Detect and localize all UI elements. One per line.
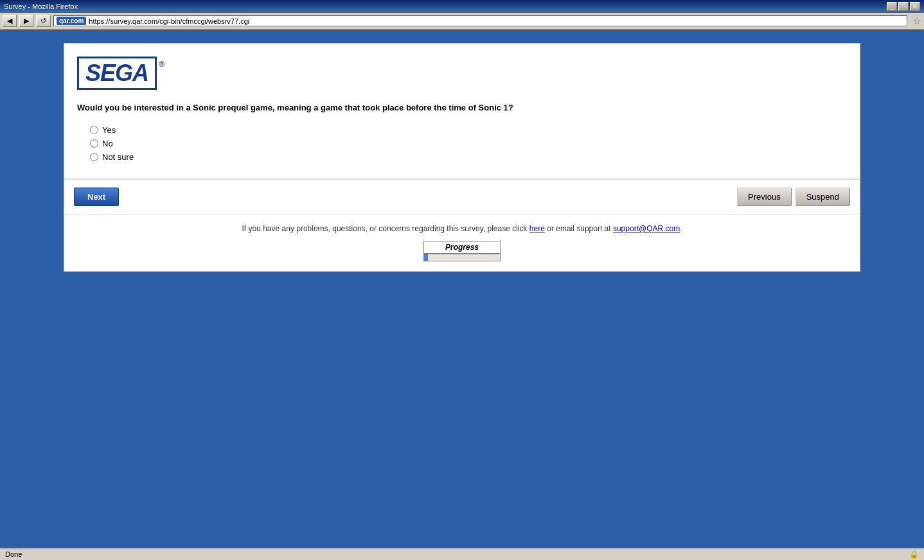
footer-text-before: If you have any problems, questions, or …: [242, 224, 529, 233]
radio-no[interactable]: [90, 139, 98, 148]
progress-bar-inner: [424, 254, 428, 261]
next-button[interactable]: Next: [74, 188, 119, 206]
radio-notsure[interactable]: [90, 153, 98, 161]
option-yes: Yes: [90, 125, 847, 135]
radio-yes[interactable]: [90, 126, 98, 134]
reload-button[interactable]: ↺: [36, 15, 51, 27]
main-content: SEGA Would you be interested in a Sonic …: [0, 30, 924, 284]
address-bar: qar.com https://survey.qar.com/cgi-bin/c…: [53, 15, 907, 26]
progress-bar-outer: [423, 254, 501, 261]
nav-right-buttons: Previous Suspend: [737, 188, 850, 206]
close-button[interactable]: ✕: [910, 2, 920, 11]
nav-bar: ◀ ▶ ↺ qar.com https://survey.qar.com/cgi…: [0, 13, 924, 30]
browser-chrome: Survey - Mozilla Firefox _ □ ✕ ◀ ▶ ↺ qar…: [0, 0, 924, 30]
back-button[interactable]: ◀: [3, 15, 17, 27]
progress-label: Progress: [423, 241, 501, 254]
footer-text-end: .: [680, 224, 682, 233]
sega-logo: SEGA: [77, 57, 157, 90]
title-bar: Survey - Mozilla Firefox _ □ ✕: [0, 0, 924, 13]
maximize-button[interactable]: □: [898, 2, 909, 11]
previous-button[interactable]: Previous: [737, 188, 792, 206]
survey-container: SEGA Would you be interested in a Sonic …: [64, 43, 860, 272]
progress-container: Progress: [423, 241, 501, 261]
here-link[interactable]: here: [529, 224, 545, 233]
radio-group: Yes No Not sure: [77, 122, 847, 169]
minimize-button[interactable]: _: [887, 2, 897, 11]
footer-text-after: or email support at: [545, 224, 613, 233]
forward-button[interactable]: ▶: [19, 15, 33, 27]
qar-badge: qar.com: [57, 17, 86, 25]
bookmark-star-icon[interactable]: ☆: [912, 15, 921, 27]
label-yes[interactable]: Yes: [102, 125, 116, 135]
survey-header: SEGA Would you be interested in a Sonic …: [64, 44, 860, 179]
survey-footer: If you have any problems, questions, or …: [64, 214, 860, 271]
nav-section: Next Previous Suspend: [64, 179, 860, 214]
logo-text: SEGA: [77, 57, 157, 90]
footer-text: If you have any problems, questions, or …: [77, 224, 847, 233]
suspend-button[interactable]: Suspend: [795, 188, 850, 206]
browser-title: Survey - Mozilla Firefox: [4, 3, 78, 10]
email-link[interactable]: support@QAR.com: [613, 224, 680, 233]
label-no[interactable]: No: [102, 139, 113, 148]
title-bar-controls: _ □ ✕: [887, 2, 920, 11]
url-text: https://survey.qar.com/cgi-bin/cfmccgi/w…: [89, 17, 249, 25]
option-notsure: Not sure: [90, 152, 847, 162]
label-notsure[interactable]: Not sure: [102, 152, 134, 162]
option-no: No: [90, 139, 847, 148]
question-text: Would you be interested in a Sonic prequ…: [77, 103, 847, 112]
